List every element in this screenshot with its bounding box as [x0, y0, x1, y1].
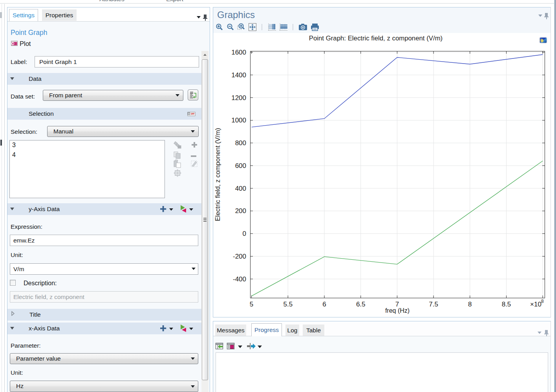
svg-text:-200: -200: [233, 253, 246, 260]
svg-text:-400: -400: [233, 275, 246, 283]
svg-text:800: 800: [235, 139, 246, 147]
svg-text:5.5: 5.5: [283, 301, 293, 308]
svg-text:400: 400: [235, 185, 246, 192]
svg-text:0: 0: [243, 230, 246, 237]
svg-text:8.5: 8.5: [502, 301, 511, 308]
svg-text:8: 8: [541, 299, 544, 304]
svg-text:freq (Hz): freq (Hz): [385, 307, 410, 314]
svg-text:1600: 1600: [231, 49, 246, 56]
svg-text:6: 6: [322, 301, 326, 308]
svg-text:Electric field, z component (V: Electric field, z component (V/m): [214, 128, 221, 221]
svg-text:8: 8: [468, 301, 472, 308]
svg-text:1200: 1200: [231, 94, 246, 102]
svg-text:1000: 1000: [231, 117, 246, 124]
svg-text:6.5: 6.5: [356, 301, 366, 308]
svg-text:7.5: 7.5: [429, 301, 438, 308]
svg-text:600: 600: [235, 162, 246, 170]
svg-text:200: 200: [235, 207, 246, 215]
svg-text:1400: 1400: [231, 71, 246, 79]
svg-text:5: 5: [250, 301, 253, 308]
svg-text:×10: ×10: [530, 301, 541, 308]
